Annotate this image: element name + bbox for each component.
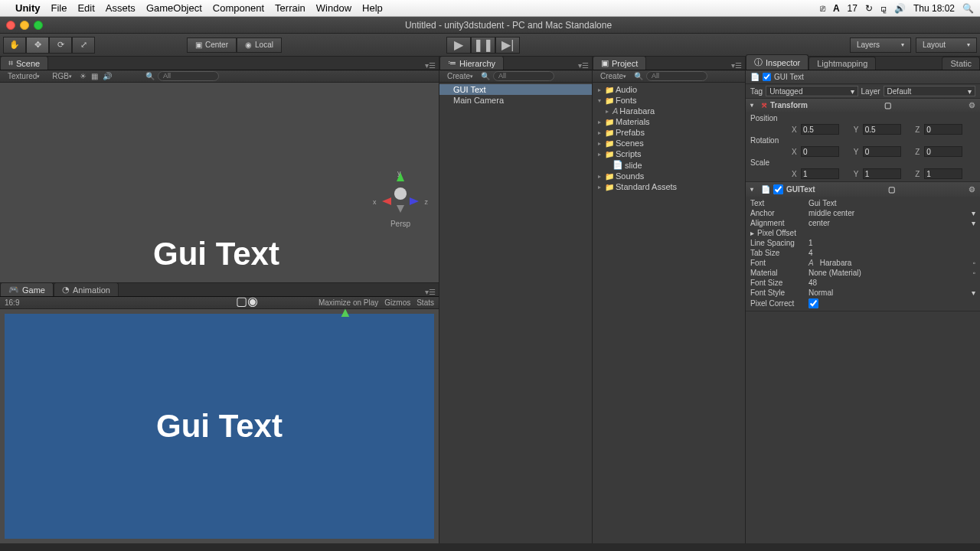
aspect-dropdown[interactable]: 16:9 — [5, 298, 19, 307]
object-enabled-checkbox[interactable] — [763, 73, 771, 81]
text-value[interactable]: Gui Text — [808, 199, 975, 207]
pos-y[interactable] — [863, 124, 901, 135]
alignment-value[interactable]: center — [808, 219, 969, 227]
volume-icon[interactable]: 🔊 — [894, 3, 906, 14]
scene-panel-options[interactable]: ▾☰ — [425, 61, 436, 70]
help-icon[interactable]: ▢ — [884, 101, 891, 109]
maximize-button[interactable] — [34, 21, 43, 30]
rot-y[interactable] — [863, 146, 901, 157]
tab-project[interactable]: ▣Project — [593, 56, 646, 70]
transform-header[interactable]: ▾ ⤧ Transform ▢ ⚙ — [746, 99, 980, 112]
clock[interactable]: Thu 18:02 — [913, 3, 955, 14]
folder-fonts[interactable]: ▾📁Fonts — [593, 95, 745, 106]
fx-toggle-icon[interactable]: ▦ — [91, 72, 98, 80]
pause-button[interactable]: ❚❚ — [471, 37, 495, 54]
scene-search[interactable]: All — [158, 71, 219, 81]
view-gizmo[interactable]: y x z Persp — [370, 171, 431, 228]
hierarchy-item-guitext[interactable]: GUI Text — [439, 84, 592, 95]
tab-game[interactable]: 🎮Game — [0, 282, 54, 296]
tag-select[interactable]: Untagged▾ — [766, 86, 858, 96]
font-harabara[interactable]: ▸AHarabara — [593, 106, 745, 116]
hierarchy-panel-options[interactable]: ▾☰ — [578, 61, 589, 70]
gear-icon[interactable]: ⚙ — [969, 185, 975, 194]
adobe-icon[interactable]: A — [833, 3, 840, 14]
folder-materials[interactable]: ▸📁Materials — [593, 116, 745, 127]
camera-gizmo-icon[interactable]: ▢◉ — [236, 294, 258, 308]
rot-z[interactable] — [924, 146, 962, 157]
object-name[interactable]: GUI Text — [774, 73, 804, 81]
scale-z[interactable] — [924, 168, 962, 179]
folder-sounds[interactable]: ▸📁Sounds — [593, 171, 745, 181]
rotate-tool[interactable]: ⟳ — [49, 37, 72, 54]
rot-x[interactable] — [801, 146, 839, 157]
guitext-enabled-checkbox[interactable] — [773, 184, 783, 194]
menu-help[interactable]: Help — [362, 2, 383, 14]
spotlight-icon[interactable]: 🔍 — [962, 3, 974, 14]
folder-standard-assets[interactable]: ▸📁Standard Assets — [593, 181, 745, 192]
menu-component[interactable]: Component — [213, 2, 264, 14]
help-icon[interactable]: ▢ — [888, 185, 895, 194]
anchor-value[interactable]: middle center — [808, 209, 969, 217]
hand-tool[interactable]: ✋ — [3, 37, 26, 54]
scene-view[interactable]: Gui Text ▢◉ ▲ y x z Persp — [0, 83, 439, 282]
pivot-local[interactable]: ◉Local — [237, 37, 282, 53]
material-value[interactable]: None (Material) — [808, 269, 969, 277]
rgb-dropdown[interactable]: RGB — [47, 71, 77, 82]
folder-scripts[interactable]: ▸📁Scripts — [593, 148, 745, 159]
play-button[interactable]: ▶ — [446, 37, 471, 54]
app-name[interactable]: Unity — [15, 2, 41, 14]
screen-share-icon[interactable]: ⎚ — [820, 3, 825, 14]
layer-select[interactable]: Default▾ — [884, 86, 975, 96]
pos-z[interactable] — [924, 124, 962, 135]
step-button[interactable]: ▶| — [495, 37, 520, 54]
project-search[interactable]: All — [646, 71, 707, 81]
scale-y[interactable] — [863, 168, 901, 179]
menu-file[interactable]: File — [51, 2, 67, 14]
font-style-value[interactable]: Normal — [808, 289, 969, 297]
tab-animation[interactable]: ◔Animation — [54, 282, 119, 296]
move-tool[interactable]: ✥ — [26, 37, 49, 54]
tab-lightmapping[interactable]: Lightmapping — [808, 57, 876, 70]
hierarchy-create[interactable]: Create — [443, 71, 478, 82]
game-panel-options[interactable]: ▾☰ — [425, 288, 436, 296]
menu-edit[interactable]: Edit — [77, 2, 94, 14]
pixel-offset-label[interactable]: Pixel Offset — [757, 229, 812, 237]
layout-dropdown[interactable]: Layout — [916, 37, 977, 53]
project-create[interactable]: Create — [596, 71, 631, 82]
minimize-button[interactable] — [20, 21, 29, 30]
tab-inspector[interactable]: ⓘInspector — [746, 54, 808, 70]
close-button[interactable] — [6, 21, 15, 30]
font-value[interactable]: Harabara — [820, 259, 970, 267]
stats-toggle[interactable]: Stats — [416, 298, 434, 307]
bluetooth-icon[interactable]: ⚼ — [880, 3, 887, 14]
folder-audio[interactable]: ▸📁Audio — [593, 84, 745, 95]
audio-toggle-icon[interactable]: 🔊 — [103, 72, 112, 80]
pivot-center[interactable]: ▣Center — [187, 37, 237, 53]
tab-size-value[interactable]: 4 — [808, 249, 975, 257]
timemachine-icon[interactable]: ↻ — [865, 3, 873, 14]
tab-hierarchy[interactable]: ≔Hierarchy — [439, 56, 504, 70]
folder-scenes[interactable]: ▸📁Scenes — [593, 138, 745, 148]
layers-dropdown[interactable]: Layers — [850, 37, 911, 53]
scale-tool[interactable]: ⤢ — [72, 37, 95, 54]
pos-x[interactable] — [801, 124, 839, 135]
pixel-correct-checkbox[interactable] — [808, 298, 818, 308]
menu-window[interactable]: Window — [316, 2, 351, 14]
line-spacing-value[interactable]: 1 — [808, 239, 975, 247]
menu-gameobject[interactable]: GameObject — [146, 2, 202, 14]
project-panel-options[interactable]: ▾☰ — [731, 61, 742, 70]
gear-icon[interactable]: ⚙ — [969, 101, 975, 109]
menu-terrain[interactable]: Terrain — [275, 2, 305, 14]
guitext-header[interactable]: ▾ 📄 GUIText ▢ ⚙ — [746, 182, 980, 197]
hierarchy-search[interactable]: All — [493, 71, 554, 81]
tab-scene[interactable]: ⌗Scene — [0, 56, 48, 70]
hierarchy-item-camera[interactable]: Main Camera — [439, 95, 592, 106]
asset-slide[interactable]: 📄slide — [593, 159, 745, 171]
folder-prefabs[interactable]: ▸📁Prefabs — [593, 127, 745, 138]
font-size-value[interactable]: 48 — [808, 279, 975, 287]
move-gizmo-icon[interactable]: ▲ — [338, 305, 352, 321]
shading-dropdown[interactable]: Textured — [3, 71, 44, 82]
menu-assets[interactable]: Assets — [106, 2, 136, 14]
scale-x[interactable] — [801, 168, 839, 179]
static-toggle[interactable]: Static — [942, 57, 980, 70]
